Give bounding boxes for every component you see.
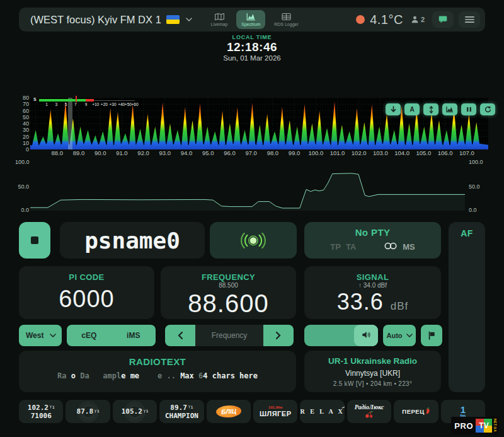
bookmarks-bar: 102.217100687.81105.2189.71CHAMPIONБЛІЦ1…: [19, 400, 485, 423]
signal-history-plot: [30, 160, 465, 211]
signal-number: 33.6: [337, 289, 384, 315]
smeter-tick: +40: [118, 102, 125, 107]
history-y-tick: 0.0: [469, 207, 477, 213]
history-y-tick: 0.0: [15, 207, 29, 213]
bookmark-logo-perets[interactable]: ПЕРЕЦ: [394, 400, 438, 423]
previous-frequency: 88.500: [161, 282, 296, 289]
spectrum-x-tick: 102.0: [352, 149, 367, 156]
arrows-vertical-button[interactable]: [423, 103, 438, 115]
stop-audio-button[interactable]: [19, 222, 50, 259]
bookmark-preset-87.8[interactable]: 87.81: [66, 400, 110, 423]
local-clock: LOCAL TIME 12:18:46 Sun, 01 Mar 2026: [0, 34, 504, 62]
auto-value: Auto: [386, 332, 402, 339]
bookmark-logo-lux[interactable]: РадіоЛюкс: [347, 400, 391, 423]
user-icon: [411, 15, 419, 25]
bookmark-logo-shlyager[interactable]: 101.9fmШЛЯГЕР: [253, 400, 297, 423]
flag-button[interactable]: [421, 325, 442, 346]
radiotext-segment: e: [139, 371, 166, 380]
watermark-tv: TV: [476, 419, 492, 433]
ims-toggle[interactable]: iMS: [112, 331, 156, 340]
bookmark-preset-105.2[interactable]: 105.21: [113, 400, 157, 423]
volume-handle[interactable]: [354, 325, 378, 346]
eq-toggle[interactable]: cEQ: [67, 331, 112, 340]
frequency-input[interactable]: [195, 325, 263, 346]
blitz-logo: БЛІЦ: [215, 405, 241, 418]
nav-rds-logger[interactable]: RDS Logger: [269, 10, 304, 29]
history-y-tick: 100.0: [469, 159, 483, 165]
region-select[interactable]: West: [19, 325, 62, 346]
station-details: 2.5 kW [V] • 204 km • 223°: [304, 380, 441, 387]
bookmark-frequency: 105.21: [122, 407, 149, 416]
nav-label: Livemap: [211, 22, 227, 26]
smeter-tick: +20: [101, 102, 108, 107]
pi-code-panel: PI CODE 6000: [19, 266, 154, 319]
radiotext-value: Ra o Da ample me e .. Max 64 chars here: [19, 371, 296, 380]
spectrum-y-tick: 30: [23, 127, 29, 133]
clock-date: Sun, 01 Mar 2026: [0, 54, 504, 62]
shlyager-logo: ШЛЯГЕР: [260, 410, 292, 418]
frequency-value: 88.600: [161, 289, 296, 317]
spectrum-x-tick: 90.0: [94, 149, 106, 156]
spectrum-x-tick: 107.0: [459, 149, 474, 156]
antenna-badge: 1: [188, 403, 193, 411]
ta-flag: TA: [346, 242, 356, 252]
watermark-pro: PRO: [453, 421, 474, 431]
volume-slider[interactable]: [304, 325, 378, 346]
pi-label: PI CODE: [19, 272, 154, 282]
nav-label: RDS Logger: [274, 22, 299, 26]
spectrum-x-tick: 92.0: [137, 149, 149, 156]
af-label: AF: [449, 228, 485, 238]
radiotext-panel: RADIOTEXT Ra o Da ample me e .. Max 64 c…: [19, 351, 296, 392]
bookmark-preset-102.2[interactable]: 102.2171006: [19, 400, 63, 423]
eq-ims-group: cEQ iMS: [67, 325, 156, 346]
bookmark-logo-blitz[interactable]: БЛІЦ: [207, 400, 251, 423]
bookmark-ps: 71006: [31, 412, 52, 420]
bookmark-preset-89.7[interactable]: 89.71CHAMPION: [159, 400, 203, 423]
table-icon: [282, 13, 291, 21]
temperature-dot-icon: [356, 15, 365, 24]
server-title: (WEST focus) Kyiv FM DX 1: [30, 14, 161, 26]
spectrum-x-tick: 91.0: [116, 149, 128, 156]
menu-button[interactable]: [459, 11, 480, 28]
chart-style-button[interactable]: [442, 103, 457, 115]
broadcast-indicator[interactable]: [210, 222, 297, 259]
smeter-tick: +50: [125, 102, 132, 107]
chat-button[interactable]: [432, 11, 454, 28]
spectrum-x-tick: 105.0: [416, 149, 431, 156]
refresh-button[interactable]: [480, 103, 495, 115]
chevron-down-icon: [50, 334, 56, 337]
auto-select[interactable]: Auto: [383, 325, 416, 346]
spectrum-y-axis: 80706050403020100: [15, 98, 29, 149]
frequency-up-button[interactable]: [263, 325, 294, 346]
temperature: 4.1°C: [370, 13, 403, 27]
smeter-tick: +30: [110, 102, 117, 107]
radiotext-segment: ..: [166, 371, 180, 380]
watermark-side: NET.UA: [493, 419, 497, 432]
ps-name-panel: psname0: [60, 222, 205, 259]
spectrum-x-tick: 89.0: [73, 149, 85, 156]
bookmark-ps: CHAMPION: [165, 412, 198, 420]
spectrum-section: 80706050403020100 S 13579+10+20+30+40+50…: [0, 95, 504, 158]
server-selector[interactable]: (WEST focus) Kyiv FM DX 1: [30, 14, 192, 26]
s-meter: S 13579+10+20+30+40+50+60: [39, 99, 135, 110]
rds-flags-row: TP TA MS: [304, 241, 441, 252]
spectrum-y-tick: 50: [23, 114, 29, 120]
pause-button[interactable]: [461, 103, 476, 115]
frequency-down-button[interactable]: [165, 325, 195, 346]
tp-flag: TP: [330, 242, 341, 252]
radiotext-segment: o: [71, 371, 80, 380]
af-panel: AF: [449, 222, 485, 392]
history-y-tick: 50.0: [15, 184, 29, 190]
bookmark-logo-relax[interactable]: R E L A X: [300, 400, 344, 423]
nav-livemap[interactable]: Livemap: [206, 10, 232, 29]
smeter-tick: 1: [45, 102, 48, 107]
pty-value: No PTY: [304, 227, 441, 238]
history-y-tick: 100.0: [15, 159, 29, 165]
signal-panel: SIGNAL ↑ 34.0 dBf 33.6 dBf: [304, 266, 441, 319]
station-name: UR-1 Ukrainske Radio: [304, 356, 441, 366]
chevron-down-icon: [406, 334, 413, 337]
arrow-down-button[interactable]: [386, 103, 401, 115]
nav-spectrum[interactable]: Spectrum: [236, 10, 265, 29]
autoscale-button[interactable]: A: [404, 103, 420, 115]
ukraine-flag-icon: [166, 15, 180, 24]
